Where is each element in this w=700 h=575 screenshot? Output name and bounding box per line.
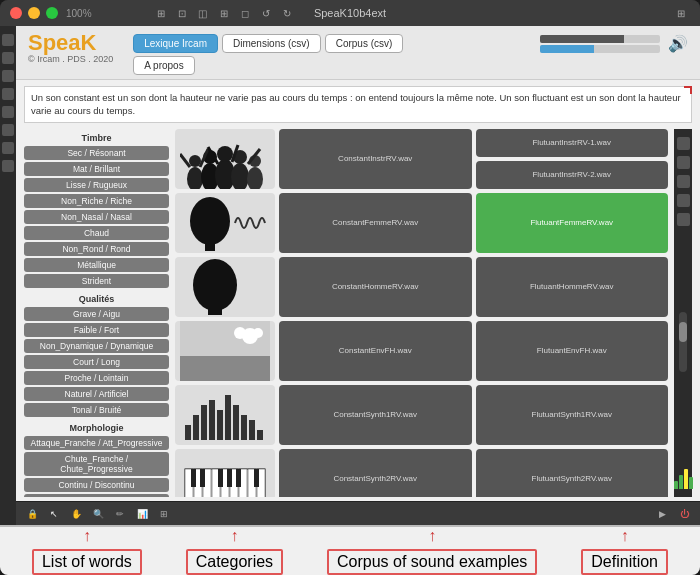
sound-col-right-5: FlutuantSynth1RV.wav — [476, 385, 669, 445]
image-keyboard — [175, 449, 275, 497]
sound-constant-homme[interactable]: ConstantHommeRV.wav — [279, 257, 472, 317]
svg-rect-52 — [254, 469, 259, 487]
word-non-dynamique[interactable]: Non_Dynamique / Dynamique — [24, 339, 169, 353]
toolbar-icon-3[interactable]: ◫ — [194, 4, 212, 22]
sound-constant-instr[interactable]: ConstantInstrRV.wav — [279, 129, 472, 189]
cursor-icon[interactable]: ↖ — [46, 506, 62, 522]
toolbar-icon-1[interactable]: ⊞ — [152, 4, 170, 22]
left-sidebar — [0, 26, 16, 525]
word-strident[interactable]: Strident — [24, 274, 169, 288]
grid-icon[interactable]: ⊞ — [156, 506, 172, 522]
maximize-button[interactable] — [46, 7, 58, 19]
chart-icon[interactable]: 📊 — [134, 506, 150, 522]
word-naturel-artificiel[interactable]: Naturel / Artificiel — [24, 387, 169, 401]
word-non-riche[interactable]: Non_Riche / Riche — [24, 194, 169, 208]
svg-rect-19 — [180, 356, 270, 381]
toolbar-icon-6[interactable]: ↺ — [257, 4, 275, 22]
lock-icon[interactable]: 🔒 — [24, 506, 40, 522]
sidebar-icon-5[interactable] — [2, 106, 14, 118]
sound-constant-femme[interactable]: ConstantFemmeRV.wav — [279, 193, 472, 253]
pencil-icon[interactable]: ✏ — [112, 506, 128, 522]
word-non-nasal[interactable]: Non_Nasal / Nasal — [24, 210, 169, 224]
sidebar-icon-7[interactable] — [2, 142, 14, 154]
nav-apropos[interactable]: A propos — [133, 56, 194, 75]
sound-fluctuant-femme[interactable]: FlutuantFemmeRV.wav — [476, 193, 669, 253]
zoom-icon[interactable]: 🔍 — [90, 506, 106, 522]
label-categories-text: Categories — [186, 549, 283, 575]
toolbar-icon-5[interactable]: ◻ — [236, 4, 254, 22]
sound-fluctuant-instr-2[interactable]: FlutuantInstrRV-2.wav — [476, 161, 669, 189]
word-faible-fort[interactable]: Faible / Fort — [24, 323, 169, 337]
nav-corpus[interactable]: Corpus (csv) — [325, 34, 404, 53]
sidebar-icon-3[interactable] — [2, 70, 14, 82]
sound-fluctuant-synth2[interactable]: FlutuantSynth2RV.wav — [476, 449, 669, 497]
word-sec-resonant[interactable]: Sec / Résonant — [24, 146, 169, 160]
word-non-rond[interactable]: Non_Rond / Rond — [24, 242, 169, 256]
header-nav: Lexique Ircam Dimensions (csv) Corpus (c… — [133, 34, 403, 75]
svg-rect-16 — [205, 233, 215, 251]
word-lisse-rugueux[interactable]: Lisse / Rugueux — [24, 178, 169, 192]
sidebar-icon-6[interactable] — [2, 124, 14, 136]
sound-col-left-2: ConstantFemmeRV.wav — [279, 193, 472, 253]
sound-constant-synth1[interactable]: ConstantSynth1RV.wav — [279, 385, 472, 445]
grid-view-icon[interactable]: ⊞ — [672, 4, 690, 22]
sidebar-icon-4[interactable] — [2, 88, 14, 100]
list-of-words-label: List of words — [42, 553, 132, 570]
sound-fluctuant-instr-1[interactable]: FlutuantInstrRV-1.wav — [476, 129, 669, 157]
label-list-of-words-text: List of words — [32, 549, 142, 575]
toolbar-icon-2[interactable]: ⊡ — [173, 4, 191, 22]
image-crowd — [175, 129, 275, 189]
traffic-lights — [10, 7, 58, 19]
toolbar-icon-4[interactable]: ⊞ — [215, 4, 233, 22]
close-button[interactable] — [10, 7, 22, 19]
word-metallique[interactable]: Métallique — [24, 258, 169, 272]
bottom-toolbar: 🔒 ↖ ✋ 🔍 ✏ 📊 ⊞ ▶ ⏻ — [16, 501, 700, 525]
sound-fluctuant-homme[interactable]: FlutuantHommeRV.wav — [476, 257, 669, 317]
info-box: Un son constant est un son dont la haute… — [24, 86, 692, 123]
toolbar-icon-7[interactable]: ↻ — [278, 4, 296, 22]
svg-rect-18 — [208, 299, 222, 315]
image-face-1 — [175, 193, 275, 253]
hand-icon[interactable]: ✋ — [68, 506, 84, 522]
category-morphologie: Morphologie — [24, 422, 169, 434]
word-mat-brillant[interactable]: Mat / Brillant — [24, 162, 169, 176]
word-court-long[interactable]: Court / Long — [24, 355, 169, 369]
minimize-button[interactable] — [28, 7, 40, 19]
word-ascendant[interactable]: Ascendant / Descendant — [24, 494, 169, 497]
word-attaque-franche[interactable]: Attaque_Franche / Att_Progressive — [24, 436, 169, 450]
nav-lexique[interactable]: Lexique Ircam — [133, 34, 218, 53]
svg-rect-33 — [233, 405, 239, 440]
vu-bar-4 — [689, 477, 693, 489]
right-icon-1[interactable] — [677, 137, 690, 150]
svg-rect-34 — [241, 415, 247, 440]
svg-rect-29 — [201, 405, 207, 440]
right-icon-4[interactable] — [677, 194, 690, 207]
play-button[interactable]: ▶ — [654, 506, 670, 522]
word-continu-discontinu[interactable]: Continu / Discontinu — [24, 478, 169, 492]
scrollbar[interactable] — [679, 312, 687, 372]
word-chaud[interactable]: Chaud — [24, 226, 169, 240]
sidebar-icon-2[interactable] — [2, 52, 14, 64]
sound-fluctuant-synth1[interactable]: FlutuantSynth1RV.wav — [476, 385, 669, 445]
speaker-icon[interactable]: 🔊 — [668, 34, 688, 53]
titlebar: 100% SpeaK10b4ext ⊞ ⊡ ◫ ⊞ ◻ ↺ ↻ ⊞ — [0, 0, 700, 26]
word-grave-aigu[interactable]: Grave / Aigu — [24, 307, 169, 321]
sound-fluctuant-env[interactable]: FlutuantEnvFH.wav — [476, 321, 669, 381]
word-chute-franche[interactable]: Chute_Franche / Chute_Progressive — [24, 452, 169, 476]
power-icon[interactable]: ⏻ — [676, 506, 692, 522]
word-tonal-bruité[interactable]: Tonal / Bruité — [24, 403, 169, 417]
label-list-of-words: ↑ List of words — [32, 527, 142, 575]
right-icon-3[interactable] — [677, 175, 690, 188]
app-logo: SpeaK © Ircam . PDS . 2020 — [28, 32, 113, 64]
sound-constant-env[interactable]: ConstantEnvFH.wav — [279, 321, 472, 381]
sound-constant-synth2[interactable]: ConstantSynth2RV.wav — [279, 449, 472, 497]
sidebar-icon-1[interactable] — [2, 34, 14, 46]
sound-col-left-4: ConstantEnvFH.wav — [279, 321, 472, 381]
vu-bar-3 — [684, 469, 688, 489]
nav-dimensions[interactable]: Dimensions (csv) — [222, 34, 321, 53]
right-icon-2[interactable] — [677, 156, 690, 169]
right-icon-5[interactable] — [677, 213, 690, 226]
sidebar-icon-8[interactable] — [2, 160, 14, 172]
app-content: SpeaK © Ircam . PDS . 2020 Lexique Ircam… — [16, 26, 700, 525]
word-proche-lointain[interactable]: Proche / Lointain — [24, 371, 169, 385]
